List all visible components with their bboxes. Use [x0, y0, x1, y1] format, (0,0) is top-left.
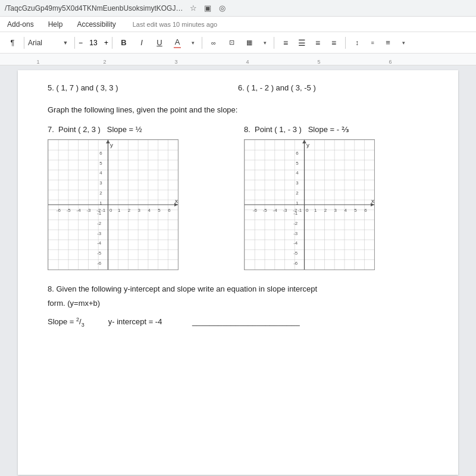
align-right-btn[interactable]: ≡	[310, 35, 325, 51]
ruler-tick-3: 3	[174, 59, 177, 65]
ruler-tick-1: 1	[36, 59, 39, 65]
align-buttons: ≡ ☰ ≡ ≡	[278, 35, 342, 51]
svg-text:-4: -4	[293, 241, 298, 246]
svg-text:-3: -3	[86, 208, 91, 213]
bottom-problem-text: 8. Given the following y-intercept and s…	[48, 282, 428, 296]
svg-text:4: 4	[99, 171, 102, 176]
svg-text:x: x	[371, 198, 374, 204]
svg-text:-5: -5	[263, 208, 268, 213]
svg-text:5: 5	[99, 161, 102, 166]
list-btn[interactable]: ≡	[380, 35, 396, 51]
graph-grid-7: x y -6 -5 -4 -3 -2 -1 0 1 2	[48, 139, 178, 270]
toolbar-separator-1	[24, 37, 24, 49]
svg-text:3: 3	[334, 208, 337, 213]
svg-text:3: 3	[138, 208, 141, 213]
svg-text:6: 6	[364, 208, 367, 213]
problem-8-label: 8. Point ( 1, - 3 ) Slope = - ⅔	[244, 124, 428, 136]
svg-text:5: 5	[354, 208, 357, 213]
italic-btn[interactable]: I	[134, 35, 149, 51]
graph-problem-8-graph: 8. Point ( 1, - 3 ) Slope = - ⅔	[244, 124, 428, 271]
svg-text:2: 2	[324, 208, 327, 213]
svg-text:6: 6	[168, 208, 171, 213]
section-header: Graph the following lines, given the poi…	[48, 104, 428, 117]
svg-text:-4: -4	[97, 241, 102, 246]
bottom-section: 8. Given the following y-intercept and s…	[48, 282, 428, 330]
svg-text:-6: -6	[293, 261, 298, 266]
svg-text:5: 5	[296, 161, 299, 166]
svg-text:1: 1	[314, 208, 317, 213]
svg-text:-6: -6	[253, 208, 258, 213]
link-btn[interactable]: ∞	[206, 35, 221, 51]
bold-btn[interactable]: B	[116, 35, 131, 51]
table-btn[interactable]: ▦	[242, 35, 257, 51]
svg-text:1: 1	[118, 208, 121, 213]
problem-6: 6. ( 1, - 2 ) and ( 3, -5 )	[238, 82, 428, 95]
problem-8-given-text: 8. Given the following y-intercept and s…	[48, 284, 317, 293]
graph-svg-8: x y -6 -5 -4 -3 -2 -1 0 1 2 3	[245, 140, 374, 270]
list-dropdown[interactable]: ▾	[398, 37, 409, 48]
last-edit-text: Last edit was 10 minutes ago	[133, 21, 217, 28]
font-color-dropdown[interactable]: ▾	[187, 37, 198, 48]
menu-accessibility[interactable]: Accessibility	[74, 19, 118, 30]
font-color-btn[interactable]: A	[170, 35, 185, 51]
font-size[interactable]: 13	[85, 39, 102, 47]
paragraph-icon[interactable]: ¶	[5, 35, 20, 51]
svg-text:-5: -5	[97, 251, 102, 256]
svg-text:-1: -1	[101, 208, 106, 213]
insert-dropdown[interactable]: ▾	[259, 37, 270, 48]
font-selector[interactable]: Arial	[28, 39, 58, 47]
svg-text:2: 2	[128, 208, 130, 213]
line-spacing-btn[interactable]: ↕	[349, 35, 365, 51]
svg-text:4: 4	[148, 208, 151, 213]
svg-text:6: 6	[99, 151, 102, 156]
svg-text:-1: -1	[97, 211, 102, 216]
font-increase-btn[interactable]: +	[104, 39, 108, 47]
page[interactable]: 5. ( 1, 7 ) and ( 3, 3 ) 6. ( 1, - 2 ) a…	[18, 70, 458, 475]
menu-help[interactable]: Help	[46, 19, 65, 30]
svg-text:0: 0	[306, 208, 309, 213]
svg-text:5: 5	[158, 208, 161, 213]
document-content: 5. ( 1, 7 ) and ( 3, 3 ) 6. ( 1, - 2 ) a…	[48, 82, 428, 330]
svg-text:2: 2	[296, 191, 298, 196]
image-btn[interactable]: ⊡	[224, 35, 239, 51]
svg-text:-3: -3	[293, 231, 298, 236]
font-dropdown-icon[interactable]: ▼	[60, 37, 71, 48]
problem-6-text: 6. ( 1, - 2 ) and ( 3, -5 )	[238, 83, 316, 92]
graph-svg-7: x y -6 -5 -4 -3 -2 -1 0 1 2	[48, 140, 178, 270]
svg-text:-6: -6	[57, 208, 61, 213]
svg-text:2: 2	[99, 191, 102, 196]
svg-text:6: 6	[296, 151, 299, 156]
folder-icon[interactable]: ▣	[202, 3, 213, 14]
y-intercept-value: y- intercept = -4 ______________________…	[108, 315, 300, 330]
svg-text:-4: -4	[273, 208, 278, 213]
section-header-text: Graph the following lines, given the poi…	[48, 105, 237, 114]
eye-icon[interactable]: ◎	[217, 3, 227, 14]
star-icon[interactable]: ☆	[188, 3, 199, 14]
toolbar-separator-2	[74, 37, 75, 49]
svg-text:3: 3	[296, 181, 299, 186]
underline-btn[interactable]: U	[152, 35, 167, 51]
spacing-dropdown[interactable]: ≡	[367, 37, 378, 48]
svg-text:3: 3	[99, 181, 102, 186]
top-bar: /TaqcGzuGp49my5X0d4TKNmEuenbUsoksimytKOG…	[0, 0, 476, 17]
align-left-btn[interactable]: ≡	[278, 35, 293, 51]
graph-problem-7: 7. Point ( 2, 3 ) Slope = ½	[48, 124, 232, 271]
svg-text:1: 1	[99, 201, 102, 206]
align-center-btn[interactable]: ☰	[294, 35, 309, 51]
svg-text:4: 4	[344, 208, 347, 213]
align-justify-btn[interactable]: ≡	[326, 35, 342, 51]
problem-5: 5. ( 1, 7 ) and ( 3, 3 )	[48, 82, 238, 95]
font-decrease-btn[interactable]: −	[79, 39, 83, 47]
document-area: 5. ( 1, 7 ) and ( 3, 3 ) 6. ( 1, - 2 ) a…	[0, 65, 476, 476]
menu-addons[interactable]: Add-ons	[5, 19, 36, 30]
toolbar-separator-4	[202, 37, 202, 49]
svg-text:-6: -6	[97, 261, 102, 266]
svg-text:-4: -4	[77, 208, 82, 213]
svg-text:-5: -5	[293, 251, 298, 256]
toolbar: ¶ Arial ▼ − 13 + B I U A ▾ ∞ ⊡ ▦ ▾ ≡ ☰ ≡…	[0, 32, 476, 54]
problem-7-label: 7. Point ( 2, 3 ) Slope = ½	[48, 124, 232, 136]
ruler-tick-2: 2	[103, 59, 106, 65]
problem-5-text: 5. ( 1, 7 ) and ( 3, 3 )	[48, 83, 118, 92]
svg-text:1: 1	[296, 201, 299, 206]
top-bar-icons: ☆ ▣ ◎	[188, 3, 227, 14]
